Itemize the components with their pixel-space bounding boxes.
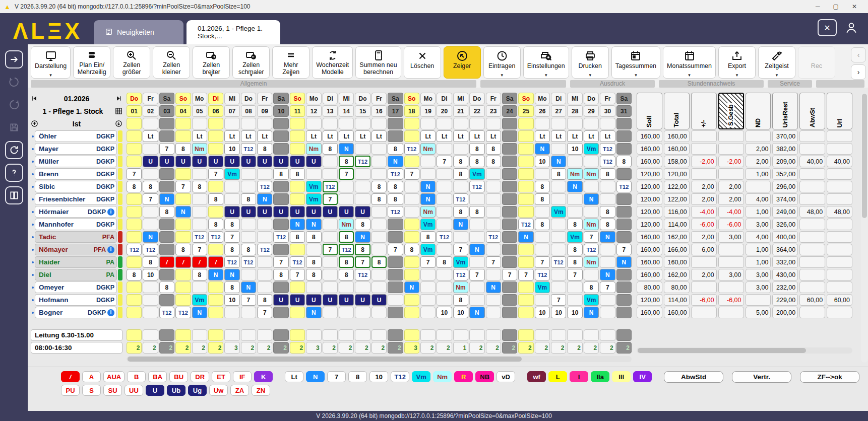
pattern-cell[interactable] — [339, 118, 354, 129]
shift-cell[interactable]: U — [339, 294, 354, 306]
shift-cell[interactable] — [192, 282, 207, 293]
shift-cell[interactable] — [371, 168, 387, 180]
shift-cell[interactable]: N — [453, 219, 468, 230]
daynumber-header[interactable]: 09 — [257, 105, 272, 117]
shift-cell[interactable]: 8 — [584, 282, 599, 293]
legend-chip-zn[interactable]: ZN — [252, 385, 270, 396]
pattern-cell[interactable] — [486, 118, 501, 129]
daynumber-header[interactable]: 24 — [502, 105, 517, 117]
pattern-cell[interactable] — [502, 118, 517, 129]
legend-button-zfok[interactable]: ZF-->ok — [800, 371, 859, 383]
daynumber-header[interactable]: 28 — [567, 105, 582, 117]
pattern-cell[interactable] — [371, 329, 387, 341]
pattern-cell[interactable] — [306, 118, 321, 129]
shift-cell[interactable]: 8 — [208, 193, 223, 205]
toolbar-button-zellen-gr-er[interactable]: Zellen größer — [113, 46, 150, 79]
shift-cell[interactable] — [518, 130, 533, 142]
shift-cell[interactable]: 7 — [208, 168, 223, 180]
shift-cell[interactable] — [355, 168, 370, 180]
shift-cell[interactable] — [273, 143, 288, 155]
shift-cell[interactable]: U — [323, 294, 338, 306]
shift-cell[interactable] — [600, 181, 615, 192]
shift-cell[interactable] — [388, 282, 403, 293]
shift-cell[interactable]: 7 — [355, 256, 370, 268]
shift-cell[interactable]: N — [192, 307, 207, 318]
daynumber-header[interactable]: 17 — [388, 105, 403, 117]
tab-neuigkeiten[interactable]: Neuigkeiten — [94, 20, 183, 44]
shift-cell[interactable] — [551, 181, 566, 192]
shift-cell[interactable] — [323, 156, 338, 167]
employee-name-cell[interactable]: BrennDGKP — [35, 168, 117, 180]
shift-cell[interactable] — [584, 206, 599, 218]
pattern-cell[interactable] — [453, 329, 468, 341]
pattern-cell[interactable] — [257, 329, 272, 341]
shift-cell[interactable] — [355, 143, 370, 155]
employee-name-cell[interactable]: HofmannDGKP — [35, 294, 117, 306]
shift-cell[interactable] — [241, 269, 256, 280]
daynumber-header[interactable]: 16 — [371, 105, 387, 117]
shift-cell[interactable]: Lt — [486, 130, 501, 142]
shift-cell[interactable] — [159, 181, 174, 192]
shift-cell[interactable] — [273, 282, 288, 293]
shift-cell[interactable]: 8 — [616, 156, 632, 167]
toolbar-button-darstellung[interactable]: Darstellung▾ — [31, 46, 71, 79]
shift-cell[interactable]: 8 — [192, 269, 207, 280]
shift-cell[interactable]: 8 — [241, 193, 256, 205]
shift-cell[interactable] — [388, 256, 403, 268]
pattern-cell[interactable] — [208, 118, 223, 129]
shift-cell[interactable] — [486, 193, 501, 205]
shift-cell[interactable]: U — [306, 206, 321, 218]
shift-cell[interactable] — [192, 206, 207, 218]
shift-cell[interactable]: Vm — [551, 206, 566, 218]
shift-cell[interactable]: 8 — [388, 143, 403, 155]
shift-cell[interactable] — [437, 206, 452, 218]
shift-cell[interactable] — [339, 282, 354, 293]
shift-cell[interactable] — [404, 307, 419, 318]
shift-cell[interactable] — [241, 231, 256, 243]
shift-cell[interactable]: U — [159, 156, 174, 167]
legend-chip-uu[interactable]: UU — [125, 385, 143, 396]
shift-cell[interactable] — [388, 269, 403, 280]
pattern-cell[interactable] — [453, 118, 468, 129]
shift-cell[interactable]: T12 — [355, 269, 370, 280]
legend-chip-b[interactable]: B — [127, 371, 146, 382]
shift-cell[interactable] — [420, 269, 436, 280]
shift-cell[interactable] — [192, 193, 207, 205]
shift-cell[interactable]: N — [420, 193, 436, 205]
shift-cell[interactable] — [192, 168, 207, 180]
shift-cell[interactable] — [567, 294, 582, 306]
shift-cell[interactable]: T12 — [388, 168, 403, 180]
nav-first-month-button[interactable] — [31, 95, 37, 102]
shift-cell[interactable]: / — [208, 256, 223, 268]
shift-cell[interactable]: T12 — [453, 269, 468, 280]
shift-cell[interactable]: N — [208, 269, 223, 280]
shift-cell[interactable] — [469, 231, 484, 243]
shift-cell[interactable]: 8 — [437, 256, 452, 268]
toolbar-button-summen-neu-berechnen[interactable]: Summen neu berechnen — [355, 46, 401, 79]
shift-cell[interactable]: 7 — [616, 244, 632, 255]
shift-cell[interactable]: U — [355, 294, 370, 306]
toolbar-button-plan-ein-mehrzeilig[interactable]: Plan Ein/ Mehrzeilig — [73, 46, 110, 79]
pattern-cell[interactable] — [143, 118, 158, 129]
shift-cell[interactable]: 8 — [486, 156, 501, 167]
employee-name-cell[interactable]: HaiderPA — [35, 256, 117, 268]
shift-cell[interactable]: 7 — [388, 244, 403, 255]
shift-cell[interactable]: U — [208, 156, 223, 167]
shift-cell[interactable]: T12 — [339, 244, 354, 255]
shift-cell[interactable] — [127, 294, 142, 306]
shift-cell[interactable] — [486, 206, 501, 218]
pattern-cell[interactable] — [584, 329, 599, 341]
daynumber-header[interactable]: 08 — [241, 105, 256, 117]
shift-cell[interactable]: Lt — [469, 130, 484, 142]
shift-cell[interactable] — [175, 168, 191, 180]
shift-cell[interactable] — [127, 282, 142, 293]
pattern-cell[interactable] — [486, 329, 501, 341]
shift-cell[interactable] — [600, 307, 615, 318]
toolbar-button-l-schen[interactable]: Löschen — [404, 46, 441, 79]
pattern-cell[interactable] — [241, 118, 256, 129]
shift-cell[interactable]: Lt — [535, 130, 550, 142]
shift-cell[interactable] — [306, 168, 321, 180]
shift-cell[interactable]: 8 — [600, 219, 615, 230]
refresh-button[interactable] — [5, 141, 23, 159]
shift-cell[interactable]: U — [290, 156, 305, 167]
